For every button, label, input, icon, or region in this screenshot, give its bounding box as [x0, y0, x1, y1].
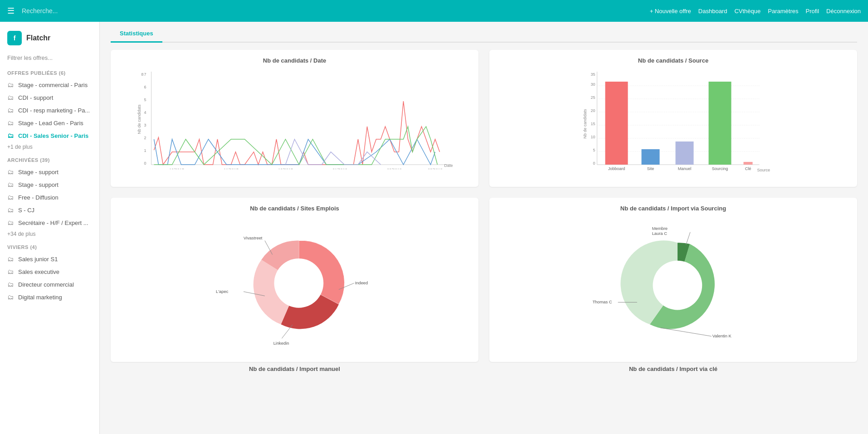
sidebar-item-cdi-sales-senior[interactable]: 🗂 CDI - Sales Senior - Paris — [0, 129, 99, 142]
profil-link[interactable]: Profil — [805, 8, 819, 15]
svg-text:Membre: Membre — [652, 226, 668, 231]
donut-cle-title: Nb de candidats / Import via clé — [489, 366, 857, 372]
briefcase-icon: 🗂 — [7, 293, 14, 301]
sidebar-item-secretaire[interactable]: 🗂 Secrétaire - H/F / Expert ... — [0, 216, 99, 229]
svg-line-57 — [686, 232, 690, 245]
svg-text:Site: Site — [647, 166, 654, 171]
briefcase-icon: 🗂 — [7, 168, 14, 176]
svg-text:Valentin K: Valentin K — [712, 334, 732, 338]
svg-text:01/2018: 01/2018 — [332, 168, 347, 169]
svg-text:5: 5 — [144, 98, 146, 102]
svg-text:11/2017: 11/2017 — [224, 168, 239, 169]
donut-sites-box: Nb de candidats / Sites Emplois — [111, 198, 478, 362]
briefcase-icon: 🗂 — [7, 281, 14, 288]
svg-text:03/2018: 03/2018 — [428, 168, 443, 169]
section-archived: ARCHIVÉES (39) — [0, 154, 99, 166]
svg-text:30: 30 — [590, 82, 595, 87]
sidebar-item-cdi-resp-marketing[interactable]: 🗂 CDI - resp marketing - Pa... — [0, 104, 99, 117]
svg-text:1: 1 — [144, 148, 146, 153]
sidebar-item-directeur-commercial[interactable]: 🗂 Directeur commercial — [0, 278, 99, 291]
svg-rect-40 — [676, 141, 694, 165]
svg-text:20: 20 — [590, 108, 595, 113]
svg-text:Linkedin: Linkedin — [273, 341, 289, 346]
briefcase-icon: 🗂 — [7, 94, 14, 101]
briefcase-icon: 🗂 — [7, 219, 14, 226]
topnav: ☰ Recherche... + Nouvelle offre Dashboar… — [0, 0, 868, 22]
sidebar-logo: f Flatchr — [0, 27, 99, 53]
svg-rect-44 — [744, 162, 753, 165]
svg-text:Thomas C: Thomas C — [592, 300, 612, 304]
svg-rect-36 — [605, 82, 628, 165]
svg-text:25: 25 — [590, 95, 595, 100]
line-chart-title: Nb de candidats / Date — [118, 57, 471, 64]
svg-text:7: 7 — [144, 72, 146, 77]
svg-text:0: 0 — [144, 161, 146, 166]
sidebar-item-stage-support-1[interactable]: 🗂 Stage - support — [0, 166, 99, 178]
svg-point-47 — [274, 258, 324, 308]
briefcase-icon: 🗂 — [7, 194, 14, 201]
svg-text:L'apec: L'apec — [216, 289, 229, 294]
svg-text:Indeed: Indeed — [355, 281, 368, 285]
svg-text:Vivastreet: Vivastreet — [244, 236, 263, 240]
more-archived[interactable]: +34 de plus — [0, 229, 99, 241]
svg-text:Clé: Clé — [745, 166, 751, 171]
svg-text:8: 8 — [141, 72, 144, 77]
donut-sites-title: Nb de candidats / Sites Emplois — [118, 205, 471, 212]
main-content: Statistiques Nb de candidats / Date 0 1 … — [100, 22, 868, 434]
donut-sourcing-title: Nb de candidats / Import via Sourcing — [497, 205, 850, 212]
svg-text:02/2018: 02/2018 — [387, 168, 402, 169]
deconnexion-link[interactable]: Déconnexion — [826, 8, 861, 15]
sidebar-item-cdi-support[interactable]: 🗂 CDI - support — [0, 91, 99, 104]
new-offer-button[interactable]: + Nouvelle offre — [650, 8, 691, 15]
sidebar-item-free-diffusion[interactable]: 🗂 Free - Diffusion — [0, 191, 99, 204]
svg-text:Source: Source — [757, 168, 770, 172]
svg-text:12/2017: 12/2017 — [278, 168, 293, 169]
briefcase-icon: 🗂 — [7, 107, 14, 114]
filter-offers[interactable]: Filtrer les offres... — [0, 53, 99, 67]
sidebar-item-digital-marketing[interactable]: 🗂 Digital marketing — [0, 291, 99, 303]
bar-chart-svg: 0 5 10 15 20 25 30 35 Nb de candidats — [497, 69, 850, 178]
svg-text:Nb de candidats: Nb de candidats — [583, 109, 587, 139]
donut-sourcing-svg: Membre Laura C Thomas C Valentin K — [497, 217, 850, 353]
svg-text:5: 5 — [593, 148, 595, 152]
briefcase-icon: 🗂 — [7, 181, 14, 188]
svg-text:10: 10 — [590, 135, 595, 139]
briefcase-icon: 🗂 — [7, 119, 14, 127]
sidebar-item-sales-executive[interactable]: 🗂 Sales executive — [0, 265, 99, 278]
svg-text:Laura C: Laura C — [652, 231, 668, 236]
briefcase-icon: 🗂 — [7, 206, 14, 214]
svg-text:35: 35 — [590, 72, 595, 77]
svg-text:3: 3 — [144, 123, 146, 127]
donut-manuel-title: Nb de candidats / Import manuel — [111, 366, 478, 372]
sidebar-item-stage-support-2[interactable]: 🗂 Stage - support — [0, 178, 99, 191]
svg-text:Date: Date — [444, 163, 453, 168]
search-input[interactable]: Recherche... — [22, 7, 650, 15]
svg-text:0: 0 — [593, 161, 595, 166]
more-published[interactable]: +1 de plus — [0, 142, 99, 154]
line-chart-svg: 0 1 2 3 4 5 6 7 8 Nb de candidats 10/201… — [118, 69, 471, 169]
tab-statistiques[interactable]: Statistiques — [111, 25, 162, 43]
sidebar-item-sales-junior[interactable]: 🗂 Sales junior S1 — [0, 253, 99, 265]
briefcase-icon: 🗂 — [7, 268, 14, 275]
svg-text:10/2017: 10/2017 — [169, 168, 184, 169]
section-viviers: VIVIERS (4) — [0, 241, 99, 253]
section-published: OFFRES PUBLIÉES (6) — [0, 67, 99, 78]
donut-sourcing-box: Nb de candidats / Import via Sourcing Me… — [489, 198, 857, 362]
dashboard-link[interactable]: Dashboard — [698, 8, 727, 15]
tab-bar: Statistiques — [111, 22, 857, 43]
svg-rect-42 — [709, 82, 731, 165]
bar-chart-box: Nb de candidats / Source 0 5 10 15 20 25… — [489, 50, 857, 187]
logo-icon: f — [7, 31, 22, 45]
svg-text:4: 4 — [144, 110, 146, 115]
parametres-link[interactable]: Paramètres — [768, 8, 798, 15]
sidebar-item-s-cj[interactable]: 🗂 S - CJ — [0, 204, 99, 216]
charts-grid: Nb de candidats / Date 0 1 2 3 4 5 6 7 8… — [111, 50, 857, 362]
sidebar-item-stage-lead-gen[interactable]: 🗂 Stage - Lead Gen - Paris — [0, 117, 99, 129]
cvtheque-link[interactable]: CVthèque — [734, 8, 761, 15]
topnav-actions: + Nouvelle offre Dashboard CVthèque Para… — [650, 8, 861, 15]
svg-text:15: 15 — [590, 122, 595, 126]
svg-rect-38 — [642, 149, 660, 165]
sidebar-item-stage-commercial[interactable]: 🗂 Stage - commercial - Paris — [0, 78, 99, 91]
menu-icon[interactable]: ☰ — [7, 6, 15, 16]
svg-line-62 — [660, 328, 712, 336]
